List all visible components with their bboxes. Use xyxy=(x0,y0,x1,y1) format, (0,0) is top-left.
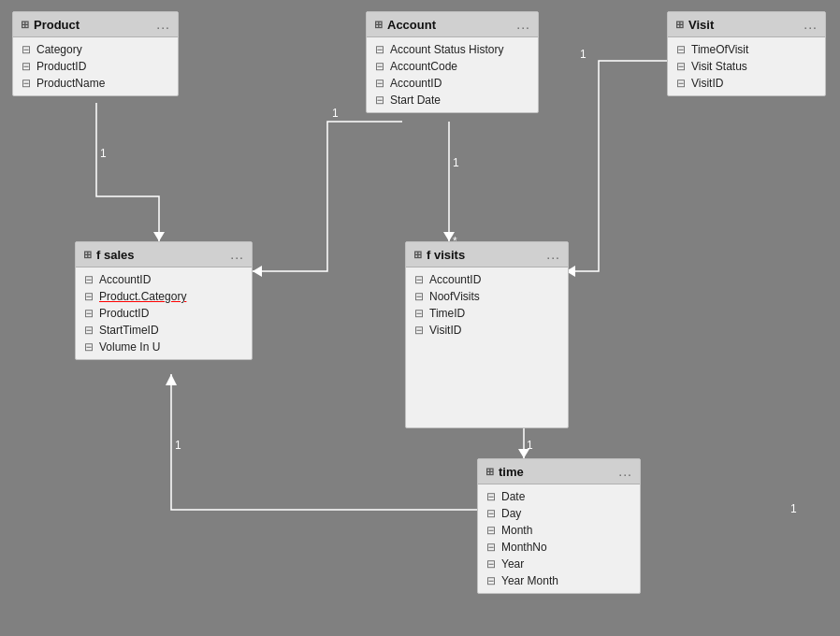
table-grid-icon: ⊞ xyxy=(485,466,494,478)
visit-field-visitstatus: ⊟ Visit Status xyxy=(668,58,825,75)
fvisits-title-text: f visits xyxy=(427,248,465,262)
fsales-field-starttimeid: ⊟ StartTimeID xyxy=(76,322,252,339)
field-label: ProductID xyxy=(99,307,149,320)
fsales-field-volumeinu: ⊟ Volume In U xyxy=(76,339,252,355)
account-table: ⊞ Account ... ⊟ Account Status History ⊟… xyxy=(366,11,539,113)
account-menu-dots[interactable]: ... xyxy=(516,17,530,32)
field-label: VisitID xyxy=(691,77,723,90)
field-icon: ⊟ xyxy=(675,61,687,72)
svg-text:1: 1 xyxy=(527,439,533,452)
field-icon: ⊟ xyxy=(675,44,687,55)
svg-text:1: 1 xyxy=(332,107,339,120)
field-label: ProductID xyxy=(36,60,86,73)
fsales-title-text: f sales xyxy=(96,248,134,262)
table-grid-icon: ⊞ xyxy=(374,19,383,31)
product-menu-dots[interactable]: ... xyxy=(156,17,170,32)
fsales-table-header: ⊞ f sales ... xyxy=(76,242,252,267)
field-icon: ⊟ xyxy=(485,491,497,502)
field-icon: ⊟ xyxy=(413,308,425,319)
time-field-monthno: ⊟ MonthNo xyxy=(478,539,640,556)
table-grid-icon: ⊞ xyxy=(413,249,422,261)
time-menu-dots[interactable]: ... xyxy=(618,464,632,479)
fsales-field-productcategory: ⊟ Product.Category xyxy=(76,288,252,305)
field-icon: ⊟ xyxy=(675,78,687,89)
svg-marker-13 xyxy=(166,374,177,385)
field-label: Year Month xyxy=(501,574,558,587)
time-field-month: ⊟ Month xyxy=(478,522,640,539)
field-icon: ⊟ xyxy=(485,558,497,570)
visit-menu-dots[interactable]: ... xyxy=(804,17,818,32)
visit-field-visitid: ⊟ VisitID xyxy=(668,75,825,92)
time-title-text: time xyxy=(499,465,524,479)
field-icon: ⊟ xyxy=(83,274,94,285)
time-table-title: ⊞ time xyxy=(485,465,524,479)
account-table-header: ⊞ Account ... xyxy=(367,12,538,37)
time-fields: ⊟ Date ⊟ Day ⊟ Month ⊟ MonthNo ⊟ Year ⊟ … xyxy=(478,484,640,593)
field-icon: ⊟ xyxy=(21,61,32,72)
field-icon: ⊟ xyxy=(83,308,94,319)
fvisits-table: ⊞ f visits ... ⊟ AccountID ⊟ NoofVisits … xyxy=(405,241,569,428)
field-icon: ⊟ xyxy=(374,94,385,106)
field-icon: ⊟ xyxy=(83,325,94,336)
field-icon: ⊟ xyxy=(374,61,385,72)
product-field-productname: ⊟ ProductName xyxy=(13,75,178,92)
field-label: AccountID xyxy=(429,273,481,286)
account-table-title: ⊞ Account xyxy=(374,18,436,32)
account-field-accountcode: ⊟ AccountCode xyxy=(367,58,538,75)
field-label: MonthNo xyxy=(501,541,547,554)
time-table-header: ⊞ time ... xyxy=(478,459,640,484)
field-label: VisitID xyxy=(429,324,461,337)
visit-table: ⊞ Visit ... ⊟ TimeOfVisit ⊟ Visit Status… xyxy=(667,11,826,96)
field-icon: ⊟ xyxy=(485,508,497,519)
svg-text:1: 1 xyxy=(100,147,107,160)
fvisits-table-header: ⊞ f visits ... xyxy=(406,242,568,267)
field-icon: ⊟ xyxy=(413,274,425,285)
field-icon: ⊟ xyxy=(83,341,94,353)
product-title-text: Product xyxy=(34,18,80,32)
table-grid-icon: ⊞ xyxy=(675,19,684,31)
field-label: Month xyxy=(501,524,532,537)
fvisits-field-timeid: ⊟ TimeID xyxy=(406,305,568,322)
field-icon: ⊟ xyxy=(21,44,32,55)
svg-text:1: 1 xyxy=(175,439,181,452)
product-table-header: ⊞ Product ... xyxy=(13,12,178,37)
field-icon: ⊟ xyxy=(21,78,32,89)
fsales-table: ⊞ f sales ... ⊟ AccountID ⊟ Product.Cate… xyxy=(75,241,253,360)
account-field-statushistory: ⊟ Account Status History xyxy=(367,41,538,58)
table-grid-icon: ⊞ xyxy=(21,19,29,31)
svg-text:1: 1 xyxy=(453,156,459,169)
product-field-productid: ⊟ ProductID xyxy=(13,58,178,75)
visit-table-title: ⊞ Visit xyxy=(675,18,714,32)
svg-marker-8 xyxy=(443,232,455,241)
time-field-yearmonth: ⊟ Year Month xyxy=(478,572,640,589)
field-label: ProductName xyxy=(36,77,105,90)
time-field-day: ⊟ Day xyxy=(478,505,640,522)
svg-marker-15 xyxy=(518,449,529,458)
fvisits-field-accountid: ⊟ AccountID xyxy=(406,271,568,288)
visit-fields: ⊟ TimeOfVisit ⊟ Visit Status ⊟ VisitID xyxy=(668,37,825,95)
fsales-fields: ⊟ AccountID ⊟ Product.Category ⊟ Product… xyxy=(76,267,252,359)
account-title-text: Account xyxy=(387,18,436,32)
fsales-field-accountid: ⊟ AccountID xyxy=(76,271,252,288)
field-label: StartTimeID xyxy=(99,324,159,337)
time-field-year: ⊟ Year xyxy=(478,556,640,572)
field-label: Account Status History xyxy=(390,43,503,56)
field-icon: ⊟ xyxy=(485,542,497,553)
field-label: Start Date xyxy=(390,94,441,107)
field-label: Category xyxy=(36,43,82,56)
fvisits-menu-dots[interactable]: ... xyxy=(546,247,560,262)
svg-marker-5 xyxy=(253,266,262,277)
field-label: Product.Category xyxy=(99,290,186,303)
field-label: AccountID xyxy=(99,273,151,286)
field-label: Visit Status xyxy=(691,60,747,73)
field-icon: ⊟ xyxy=(83,291,94,302)
product-field-category: ⊟ Category xyxy=(13,41,178,58)
field-icon: ⊟ xyxy=(485,575,497,586)
account-field-startdate: ⊟ Start Date xyxy=(367,92,538,108)
fsales-menu-dots[interactable]: ... xyxy=(230,247,244,262)
svg-text:1: 1 xyxy=(790,502,797,515)
field-label: Day xyxy=(501,507,521,520)
field-label: AccountCode xyxy=(390,60,457,73)
svg-text:1: 1 xyxy=(580,48,587,61)
field-label: NoofVisits xyxy=(429,290,480,303)
